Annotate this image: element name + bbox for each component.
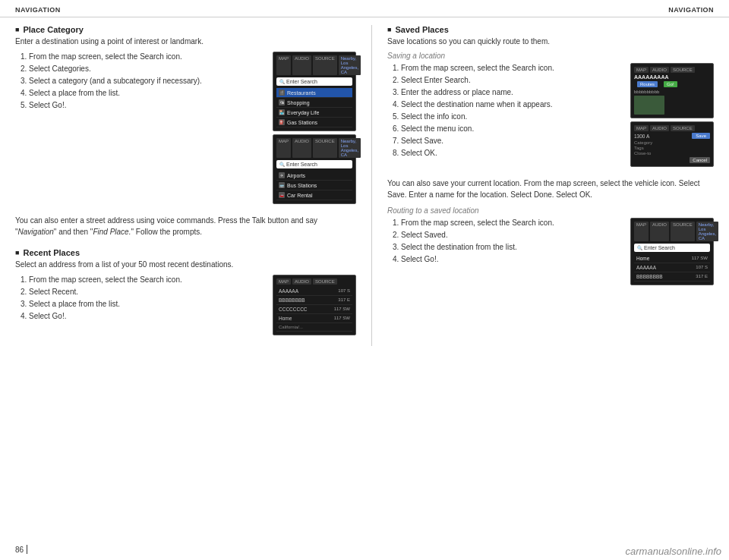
category-screen-2: MAPAUDIOSOURCE Nearby, Los Angeles, CA E… (273, 134, 356, 204)
page-content: Place Category Enter a destination using… (0, 17, 729, 346)
footer-divider (27, 545, 27, 554)
saved-places-desc: Save locations so you can quickly route … (387, 37, 714, 46)
recent-screen: MAPAUDIOSOURCE AAAAAA107 S BBBBBBBB317 E… (273, 275, 356, 335)
place-category-title: Place Category (15, 25, 356, 34)
step-1: From the map screen, select the Search i… (29, 52, 265, 62)
recent-places-section: Recent Places Select an address from a l… (15, 248, 356, 338)
saved-places-title: Saved Places (387, 25, 714, 34)
recent-places-list: From the map screen, select the Search i… (15, 275, 265, 322)
saved-search-screen: MAPAUDIOSOURCE Nearby, Los Angeles, CA E… (630, 218, 714, 285)
header-left: NAVIGATION (15, 6, 61, 14)
routing-steps: From the map screen, select the Search i… (387, 218, 623, 288)
recent-places-content: From the map screen, select the Search i… (15, 275, 356, 338)
place-category-images: MAPAUDIOSOURCE Nearby, Los Angeles, CA E… (273, 52, 356, 207)
saving-content: From the map screen, select the Search i… (387, 63, 714, 170)
place-category-content: From the map screen, select the Search i… (15, 52, 356, 207)
place-category-list: From the map screen, select the Search i… (15, 52, 265, 111)
recent-places-steps: From the map screen, select the Search i… (15, 275, 265, 338)
right-column: Saved Places Save locations so you can q… (372, 25, 729, 346)
saved-places-section: Saved Places Save locations so you can q… (387, 25, 714, 288)
step-5: Select Go!. (29, 100, 265, 111)
page-header: NAVIGATION NAVIGATION (0, 0, 729, 17)
place-category-steps: From the map screen, select the Search i… (15, 52, 265, 207)
saved-screen-image: MAPAUDIOSOURCE Nearby, Los Angeles, CA E… (630, 218, 714, 288)
recent-step-2: Select Recent. (29, 287, 265, 297)
step-2: Select Categories. (29, 64, 265, 74)
recent-places-title: Recent Places (15, 248, 356, 257)
page-footer: 86 (15, 545, 27, 554)
left-column: Place Category Enter a destination using… (0, 25, 372, 346)
step-3: Select a category (and a subcategory if … (29, 76, 265, 87)
routes-screen: MAP AUDIO SOURCE AAAAAAAAA Routes Go! bb… (630, 63, 714, 118)
routing-list: From the map screen, select the Search i… (387, 218, 623, 265)
saving-steps: From the map screen, select the Search i… (387, 63, 623, 170)
recent-step-1: From the map screen, select the Search i… (29, 275, 265, 285)
place-category-desc: Enter a destination using a point of int… (15, 37, 356, 46)
place-category-section: Place Category Enter a destination using… (15, 25, 356, 238)
routing-content: From the map screen, select the Search i… (387, 218, 714, 288)
recent-step-4: Select Go!. (29, 311, 265, 322)
save-screen: MAP AUDIO SOURCE 1300 A Save Category Ta… (630, 121, 714, 167)
watermark: carmanualsonline.info (626, 546, 721, 557)
category-screen-1: MAPAUDIOSOURCE Nearby, Los Angeles, CA E… (273, 52, 356, 131)
recent-step-3: Select a place from the list. (29, 299, 265, 310)
recent-screen-image: MAPAUDIOSOURCE AAAAAA107 S BBBBBBBB317 E… (273, 275, 356, 338)
saving-list: From the map screen, select the Search i… (387, 63, 623, 159)
place-category-note: You can also enter a street address usin… (15, 215, 356, 238)
routing-subtitle: Routing to a saved location (387, 206, 714, 215)
recent-places-desc: Select an address from a list of your 50… (15, 260, 356, 269)
step-4: Select a place from the list. (29, 88, 265, 99)
page-number: 86 (15, 546, 24, 554)
header-right: NAVIGATION (668, 6, 714, 14)
saving-screen-images: MAP AUDIO SOURCE AAAAAAAAA Routes Go! bb… (630, 63, 714, 170)
saving-subtitle: Saving a location (387, 52, 714, 60)
saving-note: You can also save your current location.… (387, 178, 714, 200)
